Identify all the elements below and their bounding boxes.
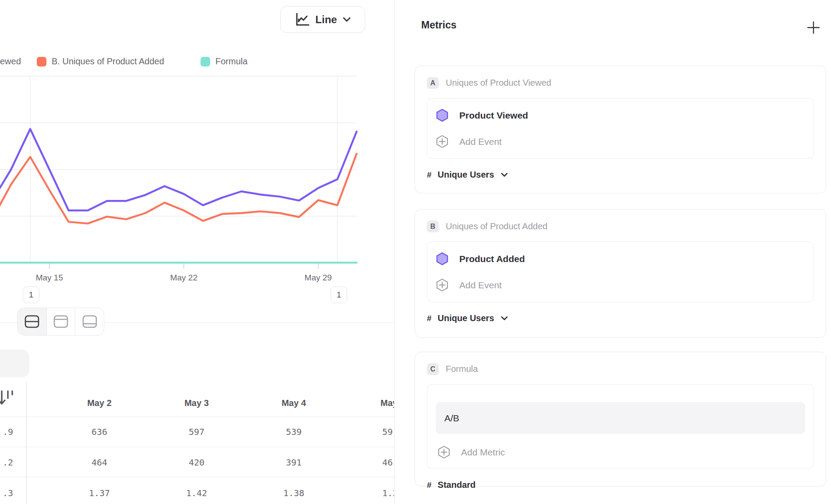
add-event-label: Add Event <box>459 280 502 290</box>
add-event-button[interactable]: Add Event <box>436 135 805 148</box>
table-cell: 420 <box>148 457 245 468</box>
metric-card-c: C Formula A/B Add Metric # Standard <box>415 352 826 486</box>
metric-card-b: B Uniques of Product Added Product Added… <box>415 209 826 338</box>
table-bottom-icon <box>82 315 98 329</box>
legend-swatch-orange <box>37 57 46 66</box>
chart-type-label: Line <box>315 14 337 26</box>
table-cell-cut: .3 <box>0 488 13 498</box>
add-event-label: Add Event <box>459 136 502 147</box>
line-chart[interactable]: May 15May 22May 29 <box>0 70 394 289</box>
add-hexagon-icon <box>438 445 450 459</box>
metrics-panel: Metrics A Uniques of Product Viewed Prod… <box>394 0 831 504</box>
event-hexagon-icon <box>436 108 448 122</box>
chevron-down-icon <box>342 17 351 23</box>
add-metric-button[interactable]: Add Metric <box>438 445 805 459</box>
measure-selector[interactable]: # Unique Users <box>427 170 814 180</box>
chart-top-icon <box>53 315 69 329</box>
column-header-cut[interactable]: May <box>380 398 394 408</box>
table-cell: 1.42 <box>148 488 245 498</box>
legend-item-formula[interactable]: Formula <box>201 56 247 66</box>
metric-title: Uniques of Product Added <box>446 221 547 231</box>
event-name: Product Viewed <box>459 110 528 121</box>
metric-title: Uniques of Product Viewed <box>446 78 551 88</box>
column-header[interactable]: May 3 <box>148 398 245 408</box>
measure-selector[interactable]: # Unique Users <box>427 313 814 323</box>
metric-badge: C <box>427 363 439 375</box>
metric-card-a: A Uniques of Product Viewed Product View… <box>415 66 826 193</box>
metric-badge: A <box>427 77 439 89</box>
line-chart-icon <box>294 12 310 27</box>
add-metric-label: Add Metric <box>461 447 505 458</box>
table-cell-cut: 1.2 <box>382 488 394 498</box>
chevron-down-icon <box>500 172 508 178</box>
annotation-badge-left[interactable]: 1 <box>23 287 39 303</box>
formula-box: A/B Add Metric <box>427 384 814 469</box>
table-cell: 1.38 <box>245 488 342 498</box>
table-cell: 464 <box>51 457 148 468</box>
table-cell: 597 <box>148 427 245 437</box>
x-tick-label: May 29 <box>305 273 332 282</box>
event-box: Product Added Add Event <box>427 242 814 302</box>
add-hexagon-icon <box>436 278 448 292</box>
legend-item-a-cut[interactable]: ewed <box>0 56 21 66</box>
add-metric-plus-icon[interactable] <box>806 21 820 35</box>
chevron-down-icon <box>500 316 508 321</box>
measure-label: Standard <box>438 480 476 490</box>
table-cell: 636 <box>51 427 148 437</box>
toggle-split-horizontal-view[interactable] <box>18 308 46 335</box>
table-cell: 391 <box>245 457 342 468</box>
legend-label: B. Uniques of Product Added <box>52 56 164 66</box>
table-cell-cut: .9 <box>0 427 13 437</box>
column-header[interactable]: May 2 <box>51 398 148 408</box>
event-hexagon-icon <box>436 252 448 266</box>
measure-label: Unique Users <box>438 170 494 180</box>
table-tab-cut[interactable] <box>0 350 29 378</box>
table-rule <box>0 447 394 447</box>
annotation-badge-right[interactable]: 1 <box>331 287 347 303</box>
x-tick-label: May 15 <box>36 273 63 282</box>
number-type-icon: # <box>427 480 432 490</box>
table-cell: 1.37 <box>51 488 148 498</box>
number-type-icon: # <box>427 314 432 323</box>
event-row[interactable]: Product Added <box>436 252 805 266</box>
split-horizontal-icon <box>24 315 40 329</box>
legend-label-fragment: ewed <box>0 56 21 66</box>
add-hexagon-icon <box>436 135 448 148</box>
view-toggle-group <box>17 308 104 336</box>
event-box: Product Viewed Add Event <box>427 98 814 159</box>
event-row[interactable]: Product Viewed <box>436 108 805 122</box>
event-name: Product Added <box>459 254 525 264</box>
table-cell-cut: .2 <box>0 457 13 468</box>
legend-swatch-teal <box>201 57 210 66</box>
series-line[interactable] <box>0 154 357 224</box>
table-cell-cut: 46 <box>382 457 393 468</box>
chart-type-dropdown[interactable]: Line <box>280 6 365 33</box>
table-rule <box>0 477 394 477</box>
table-cell-cut: 59 <box>382 427 393 437</box>
table-rule <box>0 416 394 417</box>
formula-expression: A/B <box>444 413 459 424</box>
measure-label: Unique Users <box>438 313 494 323</box>
table-cell: 539 <box>245 427 342 437</box>
legend-item-b[interactable]: B. Uniques of Product Added <box>37 56 164 66</box>
metrics-panel-title: Metrics <box>421 19 457 31</box>
add-event-button[interactable]: Add Event <box>436 278 805 292</box>
sort-descending-icon[interactable] <box>0 390 15 407</box>
measure-selector[interactable]: # Standard <box>427 480 814 490</box>
chart-and-table-panel: Line ewed B. Uniques of Product Added Fo… <box>0 0 394 504</box>
toggle-chart-top-view[interactable] <box>46 308 75 335</box>
toggle-table-bottom-view[interactable] <box>75 308 104 335</box>
metric-title: Formula <box>446 364 478 374</box>
metric-badge: B <box>427 220 439 232</box>
legend-label: Formula <box>215 56 247 66</box>
formula-input[interactable]: A/B <box>436 402 805 434</box>
number-type-icon: # <box>427 170 432 180</box>
table-column-divider <box>26 382 27 504</box>
x-tick-label: May 22 <box>170 273 197 282</box>
column-header[interactable]: May 4 <box>245 398 342 408</box>
